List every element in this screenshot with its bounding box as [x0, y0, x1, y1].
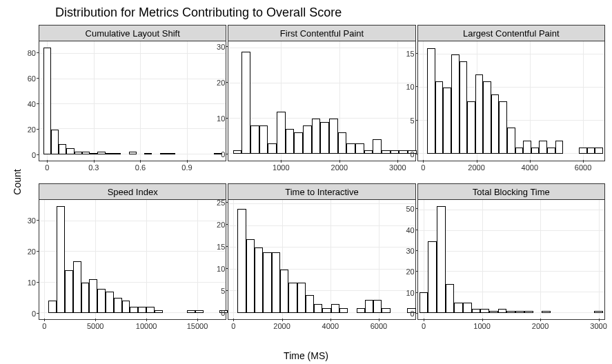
- y-tick-label: 15: [217, 243, 225, 251]
- histogram-bar: [437, 206, 446, 313]
- histogram-bar: [499, 101, 507, 154]
- histogram-bar: [57, 206, 65, 313]
- x-tick-label: 15000: [187, 322, 208, 330]
- y-tick-label: 30: [217, 43, 225, 51]
- histogram-bar: [297, 283, 306, 313]
- histogram-bar: [82, 152, 90, 154]
- histogram-bar: [89, 279, 97, 313]
- histogram-bar: [355, 143, 364, 154]
- histogram-bar: [338, 132, 347, 154]
- y-tick-label: 20: [217, 221, 225, 229]
- plot-area: 0100020003000: [417, 200, 605, 320]
- histogram-bar: [130, 307, 138, 313]
- histogram-bar: [594, 311, 603, 313]
- histogram-bar: [65, 270, 73, 313]
- facet-panel: Time to Interactive051015202502000400060…: [228, 183, 415, 341]
- histogram-bar: [113, 153, 121, 154]
- x-tick-label: 4000: [322, 322, 339, 330]
- x-tick-label: 6000: [371, 322, 387, 330]
- histogram-bar: [463, 303, 472, 313]
- histogram-bar: [555, 141, 564, 154]
- plot-area: 050001000015000: [39, 200, 226, 320]
- histogram-bar: [75, 152, 82, 154]
- histogram-bar: [129, 152, 137, 154]
- facet-panel: Speed Index0102030050001000015000: [39, 183, 226, 341]
- x-tick-label: 1000: [473, 322, 490, 330]
- y-tick-label: 30: [406, 247, 414, 255]
- x-tick-label: 0.9: [181, 163, 192, 172]
- facet-panel: First Contentful Paint010203010002000300…: [228, 25, 415, 182]
- x-tick-label: 0: [42, 322, 46, 330]
- histogram-bar: [187, 310, 195, 313]
- histogram-bar: [259, 125, 268, 154]
- y-tick-label: 0: [221, 309, 225, 317]
- y-tick-label: 25: [217, 199, 225, 207]
- histogram-bar: [331, 304, 339, 313]
- histogram-bar: [489, 311, 498, 313]
- histogram-bar: [277, 112, 286, 154]
- histogram-bar: [303, 125, 312, 154]
- y-tick-label: 0: [32, 151, 36, 159]
- histogram-bar: [339, 308, 348, 312]
- histogram-bar: [498, 309, 507, 313]
- histogram-bar: [542, 311, 551, 313]
- histogram-bar: [506, 311, 515, 313]
- histogram-bar: [507, 128, 515, 154]
- facet-strip-label: First Contentful Paint: [228, 25, 415, 41]
- x-tick-label: 0: [45, 163, 49, 172]
- x-tick-label: 5000: [87, 322, 103, 330]
- x-tick-label: 2000: [273, 322, 290, 330]
- histogram-bar: [427, 48, 435, 154]
- histogram-bar: [233, 150, 242, 154]
- histogram-bar: [419, 292, 428, 313]
- y-tick-label: 5: [411, 117, 415, 125]
- histogram-bar: [90, 153, 97, 154]
- facet-panel: Cumulative Layout Shift02040608000.30.60…: [39, 25, 226, 182]
- x-axis-label: Time (MS): [284, 350, 328, 361]
- y-axis-label: Count: [12, 169, 23, 194]
- histogram-bar: [66, 148, 74, 154]
- y-tick-label: 20: [28, 247, 36, 256]
- y-tick-label: 40: [28, 100, 36, 108]
- chart-title: Distribution for Metrics Contributing to…: [55, 6, 342, 20]
- histogram-bar: [241, 52, 250, 154]
- x-tick-label: 2000: [532, 322, 549, 330]
- histogram-bar: [306, 295, 314, 312]
- histogram-bar: [539, 141, 547, 154]
- histogram-bar: [524, 311, 533, 313]
- histogram-bar: [114, 298, 122, 313]
- histogram-bar: [294, 132, 303, 154]
- histogram-bar: [365, 300, 373, 313]
- histogram-bar: [451, 54, 460, 154]
- histogram-bar: [491, 94, 500, 154]
- histogram-bar: [515, 311, 524, 313]
- histogram-bar: [59, 144, 66, 154]
- plot-area: 0200040006000: [228, 200, 415, 320]
- y-tick-label: 10: [217, 265, 225, 273]
- histogram-bar: [288, 283, 297, 313]
- histogram-bar: [272, 252, 280, 313]
- histogram-bar: [106, 153, 113, 154]
- y-tick-label: 40: [406, 226, 414, 234]
- histogram-bar: [280, 270, 288, 313]
- histogram-bar: [428, 241, 437, 313]
- y-tick-label: 10: [406, 289, 414, 297]
- histogram-bar: [357, 308, 365, 312]
- facet-strip-label: Total Blocking Time: [417, 183, 605, 200]
- x-tick-label: 6000: [575, 163, 591, 172]
- histogram-bar: [48, 301, 57, 313]
- histogram-bar: [364, 150, 373, 154]
- y-tick-label: 60: [28, 74, 36, 83]
- histogram-bar: [467, 101, 475, 154]
- plot-area: 00.30.60.9: [39, 41, 226, 161]
- y-tick-label: 0: [32, 310, 36, 318]
- facet-strip-label: Cumulative Layout Shift: [39, 25, 226, 41]
- histogram-bar: [443, 88, 451, 154]
- histogram-bar: [250, 125, 259, 154]
- histogram-bar: [346, 143, 355, 154]
- histogram-bar: [314, 304, 322, 313]
- y-tick-label: 20: [28, 125, 36, 134]
- histogram-bar: [73, 261, 81, 313]
- histogram-bar: [237, 209, 246, 313]
- histogram-bar: [312, 119, 321, 154]
